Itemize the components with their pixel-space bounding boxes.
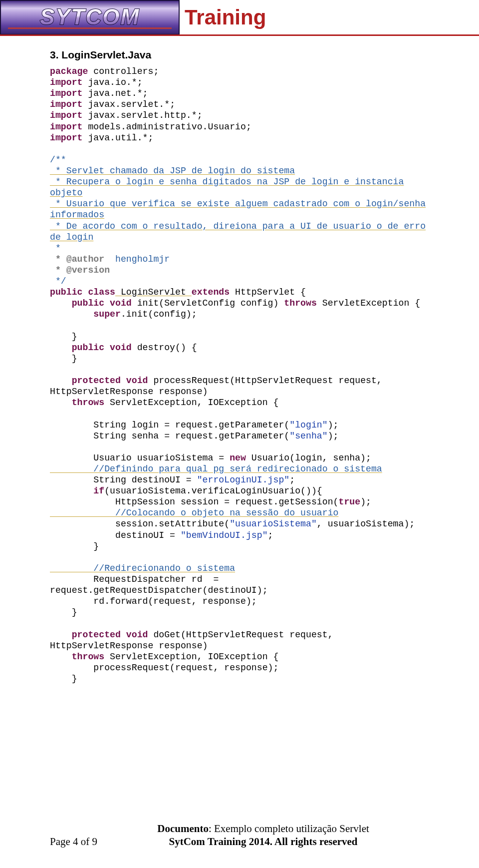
t: , usuarioSistema); [317,519,415,529]
footer-doc-value: : Exemplo completo utilização Servlet [209,823,369,835]
javadoc: * Servlet chamado da JSP de login do sis… [50,166,295,176]
javadoc-tag: * @author [50,254,104,264]
t: } [50,332,77,342]
javadoc: * [50,243,61,253]
t: session.setAttribute( [50,519,230,529]
t: String senha = request.getParameter( [50,431,289,441]
t: ); [328,420,339,430]
kw: super [50,309,121,319]
javadoc: informados [50,210,104,220]
t: javax.servlet.http.*; [83,110,203,120]
javadoc: * De acordo com o resultado, direiona pa… [50,221,426,231]
t: ServletException, IOException { [104,652,278,662]
kw: public class [50,287,115,297]
t: processRequest(request, response); [50,663,278,673]
t: Usuario(login, senha); [246,453,371,463]
javadoc: /** [50,155,66,165]
kw-import: import [50,122,83,132]
banner-title: Training [180,0,479,35]
t: request.getRequestDispatcher(destinoUI); [50,585,268,595]
code-block: package controllers; import java.io.*; i… [50,66,429,684]
page-number: Page 4 of 9 [50,836,97,848]
section-heading: 3. LoginServlet.Java [50,49,429,61]
t: String destinoUI = [50,475,197,485]
javadoc: * Usuario que verifica se existe alguem … [50,199,426,209]
t: ServletException, IOException { [104,398,278,408]
t: RequestDispatcher rd = [50,574,219,584]
header-banner: SYTCOM Training [0,0,479,35]
logo-text: SYTCOM [40,4,140,29]
javadoc: hengholmjr [104,254,170,264]
t: LoginServlet [115,287,192,297]
t: } [50,607,77,617]
t: init(ServletConfig config) [132,298,284,308]
javadoc: de login [50,232,93,242]
kw: throws [284,298,317,308]
kw: protected void [50,376,148,386]
logo-sytcom: SYTCOM [0,0,180,35]
str: "senha" [289,431,327,441]
kw: if [50,486,104,496]
kw-import: import [50,133,83,143]
t: java.net.*; [83,88,148,98]
javadoc: objeto [50,188,83,198]
t: java.util.*; [83,133,154,143]
kw: protected void [50,630,148,640]
t: rd.forward(request, response); [50,596,257,606]
t: HttpServletResponse response) [50,387,208,397]
str: "login" [289,420,327,430]
javadoc: */ [50,276,66,286]
javadoc-tag: * @version [50,265,110,275]
t: javax.servlet.*; [83,99,176,109]
logo-svg: SYTCOM [5,3,175,31]
kw: throws [50,398,104,408]
t: .init(config); [121,309,197,319]
t: } [50,541,99,551]
t: doGet(HttpServletRequest request, [148,630,333,640]
t: ); [328,431,339,441]
kw-import: import [50,99,83,109]
t: HttpServletResponse response) [50,641,208,651]
str: "bemVindoUI.jsp" [181,530,268,540]
kw: public void [50,343,132,353]
kw: public void [50,298,132,308]
t: HttpServlet { [230,287,306,297]
t: Usuario usuarioSistema = [50,453,230,463]
footer-doc-label: Documento [157,823,209,835]
t: controllers; [88,66,159,76]
javadoc: * Recupera o login e senha digitados na … [50,177,404,187]
comment: //Redirecionando o sistema [50,563,235,573]
str: "erroLoginUI.jsp" [197,475,290,485]
t: ; [268,530,273,540]
kw-import: import [50,77,83,87]
footer-doc-line: Documento: Exemplo completo utilização S… [97,822,429,835]
t: destroy() { [132,343,197,353]
t: processRequest(HttpServletRequest reques… [148,376,382,386]
t: } [50,354,77,364]
kw-import: import [50,110,83,120]
t: HttpSession session = request.getSession… [50,497,338,507]
t: } [50,674,77,684]
banner-underline [0,34,479,36]
page-footer: Page 4 of 9 Documento: Exemplo completo … [50,822,429,849]
kw: throws [50,652,104,662]
t: String login = request.getParameter( [50,420,289,430]
t: ; [289,475,295,485]
kw: extends [192,287,230,297]
kw: new [230,453,246,463]
t: java.io.*; [83,77,143,87]
t: models.administrativo.Usuario; [83,122,251,132]
kw: true [338,497,360,507]
t: destinoUI = [50,530,181,540]
svg-rect-0 [8,27,172,29]
str: "usuarioSistema" [230,519,317,529]
footer-center: Documento: Exemplo completo utilização S… [97,822,429,849]
t: (usuarioSistema.verificaLoginUsuario()){ [104,486,322,496]
kw-import: import [50,88,83,98]
footer-copyright: SytCom Training 2014. All rights reserve… [97,835,429,848]
kw-package: package [50,66,88,76]
comment: //Definindo para qual pg será redirecion… [50,464,382,474]
comment: //Colocando o objeto na sessão do usuari… [50,508,338,518]
t: ); [360,497,371,507]
t: ServletException { [317,298,420,308]
